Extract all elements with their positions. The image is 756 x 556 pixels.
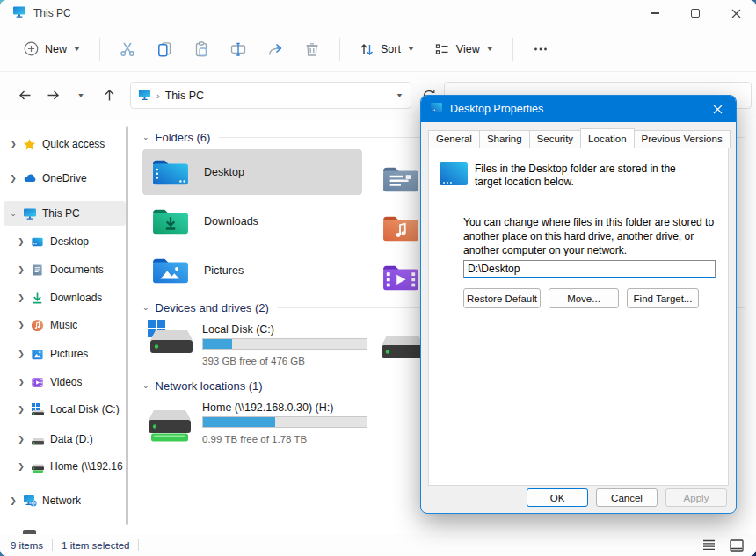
- close-button[interactable]: [716, 0, 756, 26]
- sidebar-item-data-d[interactable]: ❯ Data (D:): [4, 427, 126, 451]
- tab-security[interactable]: Security: [529, 130, 582, 148]
- cancel-button[interactable]: Cancel: [596, 488, 658, 507]
- see-more-button[interactable]: [524, 34, 557, 64]
- documents-folder-icon: [381, 162, 421, 195]
- folder-tile-downloads[interactable]: Downloads: [142, 199, 362, 244]
- sidebar-item-desktop[interactable]: ❯ Desktop: [4, 229, 126, 254]
- expand-chevron-icon[interactable]: ❯: [9, 496, 18, 505]
- this-pc-monitor-icon: [138, 88, 151, 104]
- location-description-text: You can change where files in this folde…: [463, 215, 727, 257]
- chevron-down-icon: ▼: [73, 46, 81, 53]
- capacity-bar: [202, 416, 367, 428]
- paste-button[interactable]: [185, 34, 218, 64]
- tab-sharing[interactable]: Sharing: [479, 130, 530, 148]
- folder-tile-documents[interactable]: [381, 162, 421, 199]
- delete-button[interactable]: [295, 34, 329, 64]
- expand-chevron-icon[interactable]: ❯: [17, 435, 25, 444]
- collapse-chevron-icon[interactable]: ⌄: [9, 209, 18, 218]
- up-button[interactable]: [95, 82, 123, 110]
- back-button[interactable]: [11, 82, 39, 110]
- expand-chevron-icon[interactable]: ❯: [9, 140, 18, 148]
- drive-item-local-disk-c[interactable]: Local Disk (C:) 393 GB free of 476 GB: [142, 320, 362, 370]
- move-button[interactable]: Move...: [549, 288, 619, 308]
- apply-button[interactable]: Apply: [665, 488, 727, 507]
- expand-chevron-icon[interactable]: ❯: [17, 378, 25, 386]
- expand-chevron-icon[interactable]: ❯: [17, 350, 25, 358]
- dialog-title-bar[interactable]: Desktop Properties: [421, 96, 736, 122]
- sort-arrows-icon: [359, 41, 374, 57]
- expand-chevron-icon[interactable]: ❯: [17, 265, 25, 274]
- tab-general[interactable]: General: [428, 130, 480, 148]
- collapse-chevron-icon[interactable]: ⌄: [142, 133, 149, 141]
- details-view-toggle[interactable]: [698, 537, 719, 554]
- sidebar-item-this-pc[interactable]: ⌄ This PC: [4, 201, 126, 226]
- expand-chevron-icon[interactable]: ❯: [17, 462, 25, 471]
- this-pc-monitor-icon: [12, 4, 26, 22]
- view-button[interactable]: View ▼: [426, 35, 502, 63]
- toolbar-separator: [339, 38, 340, 61]
- sidebar-item-documents[interactable]: ❯ Documents: [4, 257, 126, 282]
- cut-button[interactable]: [111, 34, 144, 64]
- expand-chevron-icon[interactable]: ❯: [17, 321, 25, 329]
- maximize-button[interactable]: [675, 0, 716, 26]
- sidebar-item-local-disk-c[interactable]: ❯ Local Disk (C:): [4, 397, 126, 422]
- music-folder-icon: [381, 211, 421, 244]
- sidebar-item-onedrive[interactable]: ❯ OneDrive: [4, 166, 126, 191]
- sidebar-item-downloads[interactable]: ❯ Downloads: [4, 285, 126, 310]
- drive-item-data-d[interactable]: [381, 334, 425, 367]
- breadcrumb-location[interactable]: This PC: [165, 90, 204, 102]
- location-actions: Restore Default Move... Find Target...: [463, 288, 699, 308]
- expand-chevron-icon[interactable]: ❯: [9, 174, 18, 183]
- new-button[interactable]: New ▼: [16, 35, 89, 62]
- capacity-bar-fill: [203, 417, 275, 427]
- address-dropdown-icon[interactable]: ▼: [396, 92, 403, 99]
- chevron-down-icon: ▼: [407, 46, 415, 53]
- rename-button[interactable]: [222, 34, 255, 64]
- drive-item-home-network[interactable]: Home (\\192.168.0.30) (H:) 0.99 TB free …: [142, 398, 362, 451]
- find-target-button[interactable]: Find Target...: [627, 288, 699, 308]
- restore-default-button[interactable]: Restore Default: [463, 288, 541, 308]
- expand-chevron-icon[interactable]: ❯: [17, 237, 25, 246]
- sidebar-item-network[interactable]: ❯ Network: [4, 488, 126, 513]
- picture-icon: [30, 347, 45, 362]
- sidebar-item-pictures[interactable]: ❯ Pictures: [4, 342, 126, 366]
- more-options-icon: [533, 41, 549, 57]
- window-title: This PC: [33, 7, 71, 19]
- star-icon: [22, 137, 37, 152]
- location-path-input[interactable]: [463, 260, 716, 278]
- downloads-folder-icon: [150, 204, 191, 240]
- sidebar-item-partial[interactable]: [4, 522, 126, 534]
- videos-folder-icon: [381, 260, 421, 293]
- chevron-down-icon: ▼: [486, 46, 494, 53]
- collapse-chevron-icon[interactable]: ⌄: [142, 303, 149, 312]
- sidebar-item-quick-access[interactable]: ❯ Quick access: [4, 132, 126, 156]
- large-thumbnails-view-toggle[interactable]: [726, 537, 747, 554]
- collapse-chevron-icon[interactable]: ⌄: [142, 381, 149, 390]
- tab-previous-versions[interactable]: Previous Versions: [634, 130, 731, 148]
- sidebar-item-videos[interactable]: ❯ Videos: [4, 370, 126, 394]
- ok-button[interactable]: OK: [527, 488, 588, 507]
- address-bar[interactable]: › This PC ▼: [130, 82, 411, 109]
- folder-tile-music[interactable]: [381, 211, 421, 248]
- sort-button[interactable]: Sort ▼: [351, 35, 423, 63]
- copy-button[interactable]: [148, 34, 181, 64]
- expand-chevron-icon[interactable]: ❯: [17, 293, 25, 302]
- sidebar-item-label: This PC: [42, 207, 80, 220]
- folder-tile-pictures[interactable]: Pictures: [142, 248, 362, 293]
- share-button[interactable]: [258, 34, 292, 64]
- sidebar-item-music[interactable]: ❯ Music: [4, 313, 126, 337]
- status-separator: [52, 539, 53, 551]
- sidebar-scrollbar[interactable]: [126, 126, 128, 525]
- folder-tile-desktop[interactable]: Desktop: [142, 149, 362, 195]
- sidebar-item-home-network-drive[interactable]: ❯ Home (\\192.16: [4, 454, 126, 479]
- dialog-close-button[interactable]: [702, 98, 732, 119]
- folder-tile-videos[interactable]: [381, 260, 421, 297]
- navigation-pane: ❯ Quick access ❯ OneDrive ⌄ This PC ❯ De…: [0, 119, 130, 534]
- tab-location[interactable]: Location: [580, 128, 634, 148]
- sidebar-item-label: Home (\\192.16: [50, 460, 123, 473]
- expand-chevron-icon[interactable]: ❯: [17, 405, 25, 414]
- status-separator: [138, 539, 139, 551]
- forward-button[interactable]: [39, 82, 67, 110]
- minimize-button[interactable]: [635, 0, 675, 26]
- recent-locations-button[interactable]: ▼: [67, 82, 95, 110]
